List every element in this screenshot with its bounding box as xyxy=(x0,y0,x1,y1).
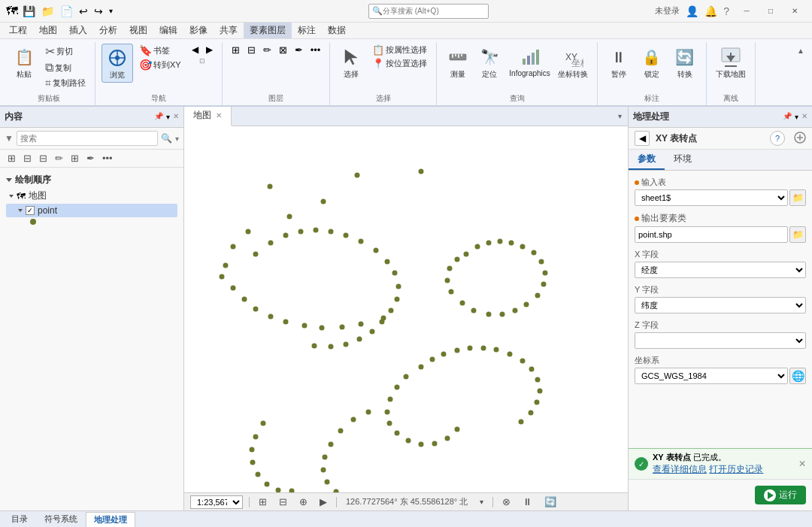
geo-run-button[interactable]: 运行 xyxy=(755,486,806,504)
coord-toggle[interactable]: ▾ xyxy=(477,497,486,507)
layer-btn5[interactable]: ✒ xyxy=(292,44,306,56)
rotation-icon[interactable]: ⊗ xyxy=(499,495,514,508)
menu-imagery[interactable]: 影像 xyxy=(183,23,214,38)
title-search-input[interactable] xyxy=(383,7,473,15)
panel-dropdown-icon[interactable]: ▾ xyxy=(165,112,171,122)
map-tab-close-icon[interactable]: ✕ xyxy=(216,111,222,120)
menu-data[interactable]: 数据 xyxy=(322,23,352,38)
menu-insert[interactable]: 插入 xyxy=(63,23,93,38)
layer-tool-more[interactable]: ••• xyxy=(99,151,116,165)
geo-y-select[interactable]: 纬度 xyxy=(635,297,806,313)
menu-feature-layer[interactable]: 要素图层 xyxy=(244,23,292,38)
geo-pin-icon[interactable]: 📌 xyxy=(783,112,792,122)
minimize-button[interactable]: ─ xyxy=(735,4,758,19)
layer-tool-filter[interactable]: ⊟ xyxy=(20,151,35,165)
bell-icon[interactable]: 🔔 xyxy=(704,5,717,17)
layer-tool-edit[interactable]: ⊟ xyxy=(36,151,50,165)
search-more-icon[interactable]: ▾ xyxy=(175,135,179,143)
menu-label[interactable]: 标注 xyxy=(292,23,322,38)
layer-btn2[interactable]: ⊟ xyxy=(244,44,259,56)
transform2-button[interactable]: 🔄 转换 xyxy=(670,44,700,81)
bottom-tab-symbol[interactable]: 符号系统 xyxy=(36,511,86,527)
geo-help-button[interactable]: ? xyxy=(770,131,785,146)
pause-map-icon[interactable]: ⏸ xyxy=(520,495,535,508)
close-button[interactable]: ✕ xyxy=(783,4,806,19)
geo-back-button[interactable]: ◀ xyxy=(635,131,650,146)
geo-crs-globe[interactable]: 🌐 xyxy=(789,368,806,384)
nav-icon4[interactable]: ▶ xyxy=(317,495,330,508)
nav-prev-button[interactable]: ◀ xyxy=(189,44,201,56)
attr-select-button[interactable]: 📋 按属性选择 xyxy=(369,44,430,56)
bottom-tab-geoprocessing[interactable]: 地理处理 xyxy=(86,512,135,528)
geo-z-select[interactable] xyxy=(635,332,806,349)
nav-icon2[interactable]: ⊟ xyxy=(276,495,290,508)
geo-tab-params[interactable]: 参数 xyxy=(629,150,665,170)
download-map-button[interactable]: 下载地图 xyxy=(713,44,749,81)
help-icon[interactable]: ? xyxy=(723,5,729,17)
bookmark-button[interactable]: 🔖 书签 xyxy=(136,44,184,57)
map-tab-main[interactable]: 地图 ✕ xyxy=(184,107,232,126)
completion-detail-link[interactable]: 查看详细信息 xyxy=(653,464,707,474)
infographics-button[interactable]: Infographics xyxy=(506,44,553,79)
folder-icon[interactable]: 📁 xyxy=(40,4,56,19)
user-icon[interactable]: 👤 xyxy=(686,5,698,17)
layer-tool-add[interactable]: ⊞ xyxy=(68,151,82,165)
geo-add-button[interactable] xyxy=(794,132,806,146)
goto-xy-button[interactable]: 🎯 转到XY xyxy=(136,58,184,71)
place-select-button[interactable]: 📍 按位置选择 xyxy=(369,57,430,70)
scale-select[interactable]: 1:23,567 xyxy=(190,495,243,509)
transform-button[interactable]: XY 坐标 坐标转换 xyxy=(555,44,591,81)
redo-icon[interactable]: ↪ xyxy=(92,4,105,19)
geo-panel-dropdown-icon[interactable]: ▾ xyxy=(793,112,800,122)
nav-icon3[interactable]: ⊕ xyxy=(296,495,311,508)
left-panel-close-icon[interactable]: ✕ xyxy=(173,112,179,122)
locate-button[interactable]: 🔭 定位 xyxy=(474,44,504,81)
paste-button[interactable]: 粘贴 xyxy=(9,44,39,81)
draw-order-header[interactable]: 绘制顺序 xyxy=(6,172,177,188)
new-icon[interactable]: 📄 xyxy=(59,4,74,19)
search-button-icon[interactable]: 🔍 xyxy=(161,133,172,144)
menu-share[interactable]: 共享 xyxy=(214,23,244,38)
map-canvas[interactable] xyxy=(184,126,628,492)
map-layer-item[interactable]: 🗺 地图 xyxy=(6,188,177,204)
maximize-button[interactable]: □ xyxy=(759,4,782,19)
refresh-icon[interactable]: 🔄 xyxy=(541,495,559,508)
menu-view[interactable]: 视图 xyxy=(123,23,153,38)
completion-close-icon[interactable]: ✕ xyxy=(798,459,806,469)
ribbon-expand-button[interactable]: ▲ xyxy=(795,45,806,56)
geo-crs-select[interactable]: GCS_WGS_1984 xyxy=(635,368,788,384)
menu-edit[interactable]: 编辑 xyxy=(153,23,183,38)
copy-button[interactable]: 复制 xyxy=(42,60,89,75)
layer-btn3[interactable]: ✏ xyxy=(260,44,274,56)
login-text[interactable]: 未登录 xyxy=(655,5,680,17)
geo-x-select[interactable]: 经度 xyxy=(635,262,806,278)
layer-tool-symbol[interactable]: ✏ xyxy=(52,151,66,165)
geo-panel-close-icon[interactable]: ✕ xyxy=(801,112,807,122)
layer-more[interactable]: ••• xyxy=(308,44,324,56)
nav-icon1[interactable]: ⊞ xyxy=(256,495,270,508)
geo-output-folder[interactable]: 📁 xyxy=(789,226,806,243)
nav-next-button[interactable]: ▶ xyxy=(203,44,216,56)
select-button[interactable]: 选择 xyxy=(336,44,366,81)
cut-button[interactable]: 剪切 xyxy=(42,44,89,59)
dropdown-icon[interactable]: ▾ xyxy=(108,5,114,17)
left-search-input[interactable] xyxy=(17,131,158,146)
layer-tool-draw[interactable]: ✒ xyxy=(83,151,98,165)
geo-tab-env[interactable]: 环境 xyxy=(665,150,701,170)
geo-output-input[interactable] xyxy=(635,226,788,243)
point-checkbox[interactable]: ✓ xyxy=(26,206,35,215)
layer-btn1[interactable]: ⊞ xyxy=(229,44,243,56)
pause-button[interactable]: ⏸ 暂停 xyxy=(604,44,634,81)
bottom-tab-directory[interactable]: 目录 xyxy=(3,511,36,527)
measure-button[interactable]: 测量 xyxy=(443,44,473,81)
completion-history-link[interactable]: 打开历史记录 xyxy=(709,464,763,474)
pin-icon[interactable]: 📌 xyxy=(154,112,163,122)
menu-map[interactable]: 地图 xyxy=(33,23,63,38)
geo-input-table-select[interactable]: sheet1$ xyxy=(635,189,788,206)
map-tab-dropdown[interactable]: ▾ xyxy=(612,112,628,120)
save-icon[interactable]: 💾 xyxy=(21,4,37,19)
point-layer-item[interactable]: ✓ point xyxy=(6,204,177,217)
undo-icon[interactable]: ↩ xyxy=(77,4,89,19)
layer-btn4[interactable]: ⊠ xyxy=(276,44,290,56)
browse-button[interactable]: 浏览 xyxy=(102,44,133,83)
